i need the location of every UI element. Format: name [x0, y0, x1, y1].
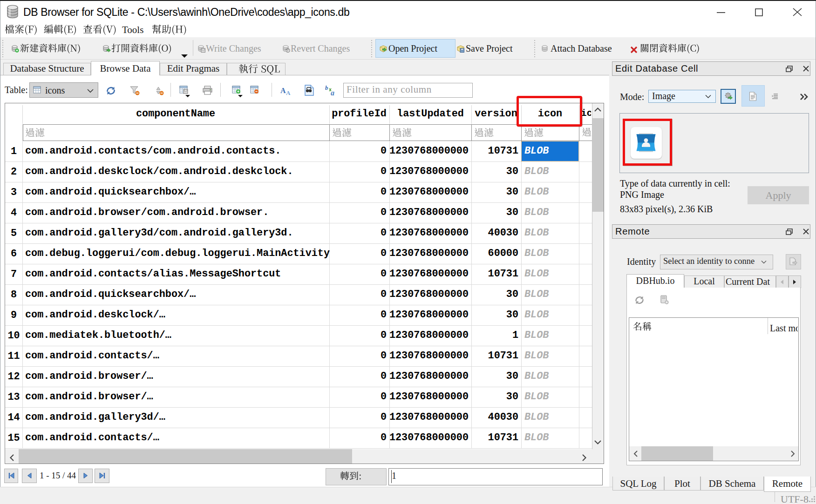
- svg-text:a: a: [331, 89, 334, 96]
- svg-text:A: A: [286, 89, 291, 96]
- svg-text:A: A: [280, 87, 286, 94]
- svg-text:b: b: [325, 85, 328, 91]
